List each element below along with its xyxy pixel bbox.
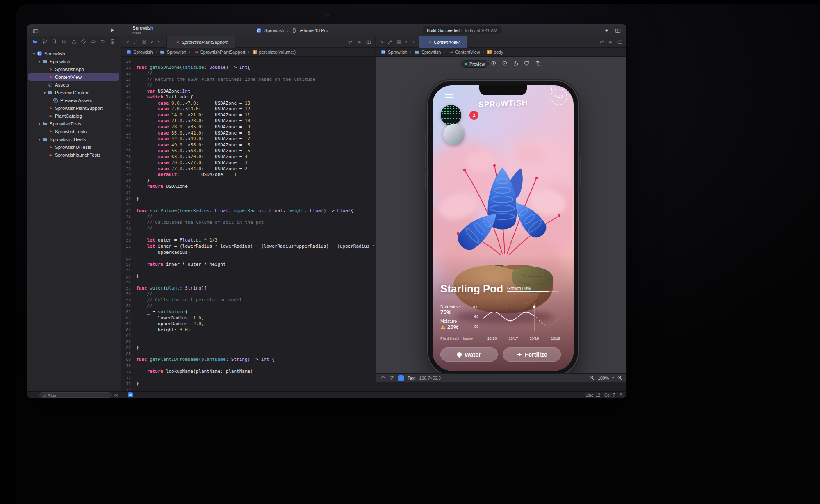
breadcrumb-sprowtish[interactable]: Sprowtish bbox=[160, 50, 186, 55]
code-line-40[interactable]: 40 } bbox=[121, 178, 375, 184]
minimap-icon[interactable] bbox=[357, 39, 362, 46]
code-line-42[interactable]: 42 bbox=[121, 190, 375, 196]
code-line-32[interactable]: 32 case 35.0..<42.0: USDAZone = 8 bbox=[121, 130, 375, 137]
code-review-icon[interactable]: ⇄ bbox=[348, 39, 352, 45]
code-line-71[interactable]: 71 return lookupName(plantName: plantNam… bbox=[121, 369, 375, 375]
scheme-name[interactable]: Sprowtish bbox=[264, 28, 284, 33]
code-line-43[interactable]: 43} bbox=[121, 196, 375, 202]
project-navigator-icon[interactable] bbox=[32, 39, 38, 46]
code-line-67[interactable]: 67} bbox=[121, 345, 375, 351]
disclosure-chevron-icon[interactable]: ▾ bbox=[37, 59, 42, 64]
zoom-level[interactable]: 100% bbox=[598, 376, 609, 381]
tree-item-sprowtishuitests[interactable]: ▾SprowtishUITests bbox=[28, 135, 119, 143]
breadcrumb-contentview[interactable]: ContentView bbox=[448, 50, 480, 55]
code-line-57[interactable]: 57func water(plant: String){ bbox=[121, 285, 375, 292]
water-button[interactable]: Water bbox=[440, 347, 498, 362]
share-preview-button[interactable] bbox=[513, 60, 519, 68]
tree-item-sprowtishtests[interactable]: ▾SprowtishTests bbox=[28, 120, 119, 128]
code-line-56[interactable]: 56 bbox=[121, 279, 375, 285]
debug-navigator-icon[interactable] bbox=[91, 39, 96, 46]
code-line-60[interactable]: 60 // bbox=[121, 303, 375, 309]
zoom-in-button[interactable] bbox=[617, 375, 622, 381]
disclosure-chevron-icon[interactable]: ▾ bbox=[37, 137, 42, 141]
code-line-20[interactable]: 20 bbox=[121, 59, 375, 65]
run-destination[interactable]: iPhone 13 Pro bbox=[300, 28, 328, 33]
robot-avatar-2[interactable] bbox=[443, 124, 465, 145]
code-line-51[interactable]: 51 let inner = (lowerRadius * lowerRadiu… bbox=[121, 244, 375, 250]
tree-item-sprowtishlaunchtests[interactable]: SprowtishlaunchTests bbox=[28, 151, 119, 159]
breadcrumb-sprowtish[interactable]: Sprowtish bbox=[381, 50, 407, 55]
fertilize-button[interactable]: Fertilize bbox=[503, 347, 561, 362]
code-line-24[interactable]: 24 // bbox=[121, 82, 375, 89]
code-line-58[interactable]: 58 // bbox=[121, 291, 375, 297]
add-editor-icon[interactable] bbox=[617, 39, 622, 46]
code-line-41[interactable]: 41 return USDAZone bbox=[121, 184, 375, 190]
disclosure-chevron-icon[interactable]: ▾ bbox=[37, 122, 42, 126]
toggle-navigator-button[interactable] bbox=[33, 27, 39, 34]
expand-editor-icon[interactable] bbox=[133, 39, 138, 46]
code-line-39[interactable]: 39 default: USDAZone = 1 bbox=[121, 172, 375, 178]
code-line-63[interactable]: 63 upperRadius: 2.0, bbox=[121, 321, 375, 327]
library-add-button[interactable]: + bbox=[605, 27, 608, 34]
back-button[interactable]: ‹ bbox=[151, 39, 153, 45]
run-button[interactable]: ▶ bbox=[111, 27, 114, 32]
reports-navigator-icon[interactable] bbox=[110, 39, 115, 46]
minimap-icon[interactable] bbox=[608, 39, 613, 46]
filter-field[interactable]: Filter bbox=[39, 392, 112, 398]
code-line-69[interactable]: 69func getPlantIDFromName(plantName: Str… bbox=[121, 357, 375, 363]
code-line-35[interactable]: 35 case 56.0..<63.0: USDAZone = 5 bbox=[121, 148, 375, 154]
tree-item-sprowtish[interactable]: ▾Sprowtish bbox=[28, 57, 119, 65]
code-line-49[interactable]: 49 bbox=[121, 232, 375, 238]
code-line-50[interactable]: 50 let outer = Float.pi * 1/3 bbox=[121, 237, 375, 244]
code-line-30[interactable]: 30 case 21.0..<28.0: USDAZone = 10 bbox=[121, 118, 375, 124]
code-line-37[interactable]: 37 case 70.0..<77.0: USDAZone = 3 bbox=[121, 160, 375, 166]
code-line-23[interactable]: 23 // Returns the USDA Plant Hardiness Z… bbox=[121, 77, 375, 83]
code-area[interactable]: 2021func getUSDAZone(latitude: Double) -… bbox=[121, 57, 375, 391]
close-editor-icon[interactable]: × bbox=[126, 40, 129, 45]
code-line-55[interactable]: 55} bbox=[121, 274, 375, 280]
robot-avatar-1[interactable] bbox=[441, 105, 461, 125]
breakpoints-navigator-icon[interactable] bbox=[100, 39, 105, 46]
tree-item-assets[interactable]: Assets bbox=[28, 81, 119, 89]
code-line-34[interactable]: 34 case 49.0..<56.0: USDAZone = 6 bbox=[121, 142, 375, 148]
code-line-31[interactable]: 31 case 28.0..<35.0: USDAZone = 9 bbox=[121, 124, 375, 130]
tab-contentview[interactable]: ContentView bbox=[419, 36, 467, 48]
live-preview-button[interactable] bbox=[491, 60, 497, 68]
code-line-65[interactable]: 65 bbox=[121, 333, 375, 339]
code-line-59[interactable]: 59 // Calls the soil percolation model bbox=[121, 297, 375, 303]
code-line-wrap[interactable]: upperRadius) bbox=[121, 250, 375, 256]
back-button[interactable]: ‹ bbox=[405, 39, 407, 45]
add-editor-icon[interactable] bbox=[366, 39, 371, 46]
code-line-66[interactable]: 66 bbox=[121, 339, 375, 345]
zoom-out-button[interactable] bbox=[589, 375, 594, 381]
code-line-74[interactable]: 74 bbox=[121, 387, 375, 391]
forward-button[interactable]: › bbox=[412, 39, 414, 45]
code-line-54[interactable]: 54 bbox=[121, 267, 375, 274]
code-line-29[interactable]: 29 case 14.0..<21.0: USDAZone = 11 bbox=[121, 112, 375, 119]
tree-item-sprowtishuitests[interactable]: SprowtishUITests bbox=[28, 143, 119, 151]
disclosure-chevron-icon[interactable]: ▾ bbox=[42, 91, 47, 95]
code-line-38[interactable]: 38 case 77.0..<84.0: USDAZone = 2 bbox=[121, 166, 375, 172]
tree-item-preview assets[interactable]: Preview Assets bbox=[28, 96, 119, 104]
duplicate-preview-button[interactable] bbox=[535, 60, 541, 68]
code-line-21[interactable]: 21func getUSDAZone(latitude: Double) -> … bbox=[121, 65, 375, 71]
tree-item-plantcatalog[interactable]: PlantCatalog bbox=[28, 112, 119, 120]
editor-grid-icon[interactable] bbox=[142, 39, 147, 46]
editor-layout-button[interactable] bbox=[615, 27, 621, 34]
code-line-27[interactable]: 27 case 0.0..<7.0: USDAZone = 13 bbox=[121, 100, 375, 107]
code-line-28[interactable]: 28 case 7.0..<14.0: USDAZone = 12 bbox=[121, 106, 375, 112]
code-line-72[interactable]: 72 bbox=[121, 375, 375, 381]
code-line-61[interactable]: 61 _ = soilVolume( bbox=[121, 309, 375, 315]
add-file-button[interactable] bbox=[114, 393, 118, 398]
canvas-settings-button[interactable] bbox=[389, 375, 394, 381]
device-settings-button[interactable] bbox=[524, 60, 530, 68]
code-line-68[interactable]: 68 bbox=[121, 351, 375, 357]
activity-view[interactable]: Build Succeeded | Today at 9:41 AM bbox=[423, 26, 501, 34]
tree-item-sprowtishtests[interactable]: SprowtishTests bbox=[28, 128, 119, 135]
bookmarks-navigator-icon[interactable] bbox=[52, 39, 57, 46]
code-line-52[interactable]: 52 bbox=[121, 255, 375, 262]
issues-navigator-icon[interactable] bbox=[71, 39, 77, 46]
breadcrumb-sprowtishplantsupport[interactable]: SprowtishPlantSupport bbox=[194, 50, 246, 55]
tree-item-contentview[interactable]: ContentView bbox=[28, 73, 119, 81]
editor-options-button[interactable] bbox=[128, 392, 133, 397]
